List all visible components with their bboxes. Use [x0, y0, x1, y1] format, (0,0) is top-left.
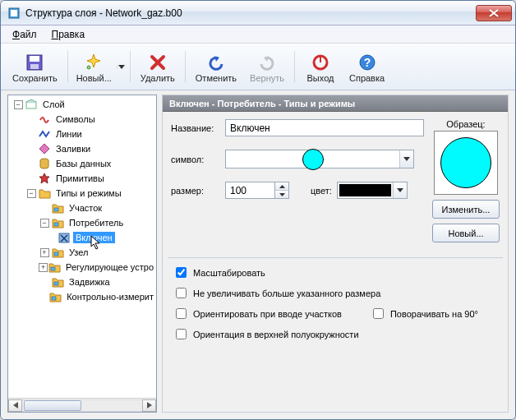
checkbox-group: Масштабировать Не увеличивать больше ука… — [163, 265, 508, 348]
fills-icon — [38, 142, 51, 155]
symbol-combo[interactable] — [225, 150, 414, 168]
symbol-label: символ: — [171, 155, 220, 164]
tree-item-lines[interactable]: Линии — [10, 127, 156, 141]
name-input[interactable] — [225, 119, 424, 136]
menu-file[interactable]: Файл — [6, 27, 44, 42]
preview-label: Образец: — [446, 119, 485, 129]
delete-icon — [148, 53, 168, 72]
properties-pane: Включен - Потребитель - Типы и режимы На… — [162, 95, 509, 413]
tree-hscroll[interactable] — [8, 398, 156, 412]
tree-item-consumer[interactable]: − Потребитель — [10, 215, 156, 230]
body: − Слой Символы Линии Заливки — [1, 90, 515, 419]
toolbar-redo[interactable]: Вернуть — [243, 46, 291, 87]
folder-mode-icon — [48, 261, 61, 274]
tree-item-databases[interactable]: Базы данных — [10, 156, 156, 171]
cb-orient-upper[interactable]: Ориентация в верхней полуокружности — [173, 326, 498, 342]
database-icon — [38, 157, 51, 170]
svg-rect-10 — [26, 102, 36, 108]
tree-item-measuring[interactable]: Контрольно-измерит — [10, 289, 156, 304]
toolbar-undo[interactable]: Отменить — [189, 46, 243, 87]
toolbar-help[interactable]: ? Справка — [343, 46, 391, 87]
tree-item-fills[interactable]: Заливки — [10, 141, 156, 156]
cb-rotate90[interactable]: Поворачивать на 90° — [370, 306, 478, 321]
tree-item-area[interactable]: Участок — [10, 201, 156, 215]
app-icon — [7, 7, 21, 20]
cb-orient-upper-box[interactable] — [176, 329, 187, 339]
cb-rotate90-box[interactable] — [373, 308, 384, 319]
form: Название: символ: размер: — [163, 112, 508, 247]
scroll-track[interactable] — [22, 399, 142, 412]
svg-text:?: ? — [363, 56, 371, 69]
symbol-preview — [226, 150, 399, 168]
titlebar: Структура слоя - Network_gaz.b00 — [1, 1, 515, 25]
collapse-icon[interactable]: − — [27, 189, 36, 198]
redo-icon — [257, 53, 277, 72]
toolbar: Сохранить Новый... Удалить — [1, 44, 515, 90]
folder-mode-icon — [51, 216, 64, 229]
tree-item-node[interactable]: + Узел — [10, 245, 156, 260]
scroll-left-button[interactable] — [8, 399, 22, 412]
collapse-icon[interactable]: − — [14, 100, 23, 109]
help-icon: ? — [357, 53, 377, 72]
svg-rect-15 — [54, 252, 58, 256]
dropdown-icon[interactable] — [393, 182, 407, 198]
color-combo[interactable] — [337, 182, 408, 199]
cb-orient-input-box[interactable] — [176, 308, 187, 319]
size-input[interactable] — [225, 182, 274, 199]
name-label: Название: — [171, 123, 220, 133]
svg-rect-3 — [30, 56, 39, 62]
tree-item-primitives[interactable]: Примитивы — [10, 171, 156, 186]
collapse-icon[interactable]: − — [40, 219, 49, 228]
preview-box — [434, 131, 498, 195]
toolbar-save[interactable]: Сохранить — [6, 46, 64, 87]
toolbar-new[interactable]: Новый... — [71, 46, 127, 87]
new-button[interactable]: Новый... — [432, 224, 500, 242]
toolbar-delete[interactable]: Удалить — [134, 46, 182, 87]
tree-item-regulator[interactable]: + Регулирующее устро — [10, 260, 156, 275]
cb-scale[interactable]: Масштабировать — [173, 265, 498, 280]
tree-item-valve[interactable]: Задвижка — [10, 275, 156, 289]
change-button[interactable]: Изменить... — [432, 200, 500, 219]
toolbar-new-dropdown[interactable] — [117, 65, 127, 69]
expand-icon[interactable]: + — [39, 263, 48, 272]
preview-col: Образец: Изменить... Новый... — [432, 119, 500, 242]
symbols-icon — [38, 113, 51, 126]
window: Структура слоя - Network_gaz.b00 Файл Пр… — [0, 0, 516, 420]
spin-down[interactable] — [275, 190, 288, 198]
lines-icon — [38, 127, 51, 141]
divider — [168, 257, 503, 258]
svg-rect-12 — [54, 208, 58, 211]
spin-up[interactable] — [275, 182, 288, 190]
new-icon — [84, 53, 104, 72]
menu-edit[interactable]: Правка — [45, 27, 92, 42]
toolbar-exit[interactable]: Выход — [298, 46, 343, 87]
cb-no-enlarge-box[interactable] — [176, 288, 187, 298]
svg-rect-4 — [30, 64, 39, 69]
scroll-right-button[interactable] — [142, 399, 156, 412]
menubar: Файл Правка — [1, 25, 515, 44]
dropdown-icon[interactable] — [399, 150, 413, 168]
size-spinner[interactable] — [225, 182, 289, 199]
tree-item-symbols[interactable]: Символы — [10, 112, 156, 127]
tree-item-consumer-on[interactable]: Включен — [10, 230, 156, 245]
svg-rect-13 — [54, 223, 58, 226]
window-title: Структура слоя - Network_gaz.b00 — [25, 7, 476, 19]
save-icon — [25, 53, 44, 72]
svg-point-5 — [87, 66, 90, 69]
cb-no-enlarge[interactable]: Не увеличивать больше указанного размера — [173, 285, 498, 301]
expand-icon[interactable]: + — [40, 248, 49, 257]
exit-icon — [311, 53, 330, 72]
tree[interactable]: − Слой Символы Линии Заливки — [8, 95, 156, 398]
tree-item-types-modes[interactable]: − Типы и режимы — [10, 186, 156, 201]
cb-scale-box[interactable] — [176, 267, 187, 278]
primitives-icon — [38, 172, 51, 185]
folder-mode-icon — [49, 290, 62, 303]
tree-item-layer[interactable]: − Слой — [10, 97, 156, 112]
layer-icon — [25, 98, 38, 111]
close-button[interactable] — [476, 5, 512, 21]
scroll-thumb[interactable] — [24, 400, 81, 411]
undo-icon — [206, 53, 226, 72]
section-header: Включен - Потребитель - Типы и режимы — [163, 95, 508, 112]
cb-orient-input[interactable]: Ориентировать при вводе участков — [173, 306, 342, 321]
color-label: цвет: — [311, 186, 332, 196]
